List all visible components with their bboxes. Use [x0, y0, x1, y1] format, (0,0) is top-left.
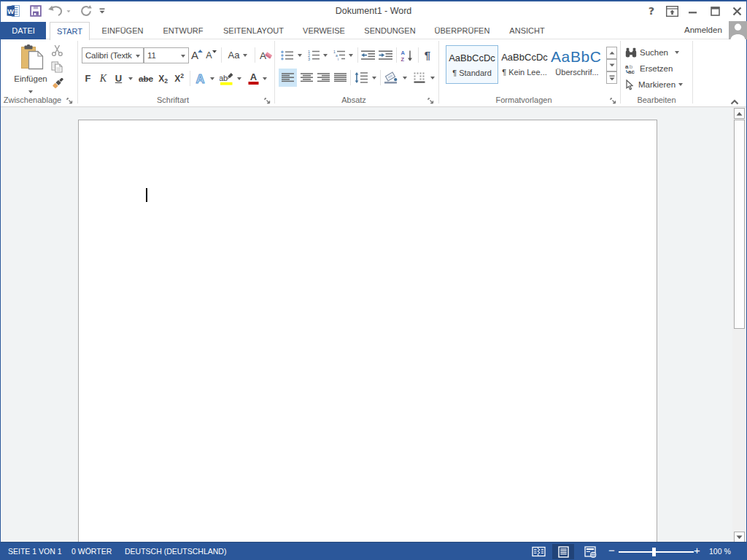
grow-font-button[interactable]: A [190, 47, 204, 63]
font-color-button[interactable]: A [246, 70, 260, 87]
borders-dropdown[interactable] [428, 69, 437, 87]
group-separator [350, 70, 351, 85]
zoom-slider-track[interactable] [619, 551, 694, 553]
maximize-button[interactable] [707, 1, 723, 20]
style-standard[interactable]: AaBbCcDc ¶ Standard [446, 45, 498, 84]
tab-entwurf[interactable]: ENTWURF [154, 22, 212, 39]
multilevel-list-dropdown[interactable] [347, 47, 355, 63]
align-left-button[interactable] [279, 69, 297, 87]
tab-einfuegen[interactable]: EINFÜGEN [93, 22, 152, 39]
replace-button[interactable]: abac Ersetzen [625, 61, 673, 76]
copy-button[interactable] [49, 60, 65, 74]
sign-in-link[interactable]: Anmelden [684, 20, 722, 39]
read-mode-button[interactable] [527, 544, 549, 559]
bold-button[interactable]: F [82, 70, 94, 87]
avatar-icon[interactable] [729, 21, 747, 39]
italic-button[interactable]: K [97, 70, 109, 87]
justify-button[interactable] [331, 69, 349, 87]
numbering-button[interactable]: 123 [306, 47, 321, 63]
subscript-button[interactable]: X2 [155, 70, 171, 87]
tab-seitenlayout[interactable]: SEITENLAYOUT [214, 22, 293, 39]
highlight-dropdown[interactable] [235, 70, 244, 87]
strikethrough-button[interactable]: abc [137, 70, 155, 87]
tab-sendungen[interactable]: SENDUNGEN [355, 22, 425, 39]
numbering-dropdown[interactable] [321, 47, 330, 63]
borders-button[interactable] [411, 69, 428, 87]
paste-dropdown-arrow [28, 90, 33, 93]
shading-dropdown[interactable] [400, 69, 409, 87]
paste-button[interactable]: Einfügen [10, 42, 51, 96]
word-count[interactable]: 0 WÖRTER [71, 542, 112, 560]
text-effects-button[interactable]: A [193, 70, 208, 87]
page-indicator[interactable]: SEITE 1 VON 1 [8, 542, 62, 560]
multilevel-list-button[interactable]: 1ai [331, 47, 347, 63]
print-layout-button[interactable] [552, 544, 574, 559]
decrease-indent-button[interactable] [360, 47, 376, 63]
scroll-down-button[interactable] [734, 532, 745, 542]
tab-start[interactable]: START [50, 22, 90, 40]
shrink-font-button[interactable]: A [204, 47, 217, 63]
scroll-up-button[interactable] [734, 108, 745, 119]
styles-more-button[interactable] [606, 71, 617, 84]
underline-dropdown[interactable] [126, 70, 135, 87]
zoom-level[interactable]: 100 % [709, 542, 731, 560]
text-effects-dropdown[interactable] [208, 70, 217, 87]
paragraph-dialog-launcher[interactable] [427, 95, 436, 104]
superscript-button[interactable]: X2 [171, 70, 187, 87]
line-spacing-button[interactable] [352, 69, 370, 87]
svg-text:A: A [260, 50, 266, 61]
zoom-out-button[interactable]: − [608, 542, 615, 559]
font-name-combobox[interactable]: Calibri (Textk [82, 47, 144, 63]
web-layout-button[interactable] [579, 544, 601, 559]
highlight-button[interactable]: ab [218, 70, 235, 87]
shading-button[interactable] [382, 69, 400, 87]
bullets-button[interactable] [279, 47, 295, 63]
tab-datei[interactable]: DATEI [1, 22, 46, 39]
format-painter-button[interactable] [49, 77, 65, 91]
clear-formatting-button[interactable]: A [258, 47, 274, 63]
line-spacing-icon [355, 72, 368, 83]
paste-clipboard-icon [20, 44, 45, 71]
align-right-button[interactable] [314, 69, 332, 87]
language-indicator[interactable]: DEUTSCH (DEUTSCHLAND) [125, 542, 226, 560]
underline-button[interactable]: U [112, 70, 125, 87]
select-button[interactable]: Markieren [625, 77, 683, 92]
change-case-button[interactable]: Aa [225, 47, 251, 63]
styles-scroll-up-button[interactable] [606, 47, 617, 59]
style-ueberschrift[interactable]: AaBbCc Überschrif... [551, 45, 603, 84]
font-dialog-launcher[interactable] [264, 95, 273, 104]
tab-ueberpruefen[interactable]: ÜBERPRÜFEN [427, 22, 498, 39]
minimize-button[interactable] [685, 1, 701, 20]
font-color-dropdown[interactable] [260, 70, 269, 87]
bullets-dropdown[interactable] [295, 47, 304, 63]
document-page[interactable] [78, 120, 657, 543]
show-paragraph-marks-button[interactable]: ¶ [420, 47, 435, 63]
align-center-button[interactable] [298, 69, 315, 87]
align-center-icon [301, 73, 313, 82]
svg-text:A: A [249, 72, 257, 82]
text-effects-icon: A [194, 72, 206, 85]
tab-ansicht[interactable]: ANSICHT [500, 22, 554, 39]
sort-button[interactable]: AZ [398, 47, 416, 63]
increase-indent-button[interactable] [377, 47, 394, 63]
styles-scroll-down-button[interactable] [606, 59, 617, 71]
style-kein-leerraum[interactable]: AaBbCcDc ¶ Kein Lee... [498, 45, 551, 84]
line-spacing-dropdown[interactable] [370, 69, 379, 87]
collapse-ribbon-button[interactable] [730, 95, 740, 104]
font-size-combobox[interactable]: 11 [144, 47, 189, 63]
zoom-in-button[interactable]: + [694, 542, 700, 559]
copy-icon [51, 61, 63, 73]
zoom-slider-handle[interactable] [652, 548, 656, 556]
ribbon-display-options-button[interactable] [663, 1, 681, 20]
find-label: Suchen [640, 48, 668, 57]
clipboard-dialog-launcher[interactable] [66, 95, 75, 104]
tab-verweise[interactable]: VERWEISE [295, 22, 353, 39]
styles-dialog-launcher[interactable] [610, 95, 619, 104]
help-button[interactable]: ? [645, 1, 658, 20]
find-button[interactable]: Suchen [625, 45, 679, 60]
cut-button[interactable] [49, 43, 65, 58]
group-label-styles: Formatvorlagen [439, 96, 608, 104]
scrollbar-thumb[interactable] [734, 120, 745, 329]
vertical-scrollbar[interactable] [732, 107, 746, 542]
close-button[interactable] [729, 1, 745, 20]
